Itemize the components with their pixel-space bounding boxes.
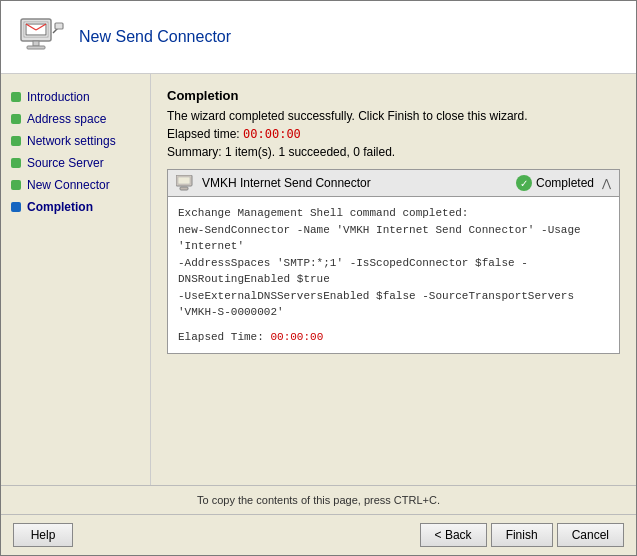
back-button[interactable]: < Back: [420, 523, 487, 547]
elapsed-row: Elapsed time: 00:00:00: [167, 127, 620, 141]
summary-label: Summary:: [167, 145, 222, 159]
elapsed-label: Elapsed time:: [167, 127, 240, 141]
detail-elapsed-label: Elapsed Time:: [178, 331, 264, 343]
sidebar-dot-network-settings: [11, 136, 21, 146]
sidebar-item-network-settings[interactable]: Network settings: [1, 130, 150, 152]
sidebar-label-new-connector: New Connector: [27, 178, 110, 192]
dialog-footer: Help < Back Finish Cancel: [1, 514, 636, 555]
svg-rect-5: [33, 41, 39, 46]
detail-line2: new-SendConnector -Name 'VMKH Internet S…: [178, 222, 609, 255]
sidebar-item-completion[interactable]: Completion: [1, 196, 150, 218]
connector-server-icon: [176, 175, 196, 191]
section-title: Completion: [167, 88, 620, 103]
help-button[interactable]: Help: [13, 523, 73, 547]
sidebar-dot-address-space: [11, 114, 21, 124]
navigation-buttons: < Back Finish Cancel: [420, 523, 624, 547]
connector-result-box: VMKH Internet Send Connector ✓ Completed…: [167, 169, 620, 354]
dialog-header: New Send Connector: [1, 1, 636, 74]
sidebar-dot-introduction: [11, 92, 21, 102]
sidebar-item-source-server[interactable]: Source Server: [1, 152, 150, 174]
wizard-message: The wizard completed successfully. Click…: [167, 109, 620, 123]
svg-rect-6: [27, 46, 45, 49]
svg-rect-11: [180, 187, 188, 190]
detail-elapsed-value: 00:00:00: [270, 331, 323, 343]
sidebar-dot-new-connector: [11, 180, 21, 190]
sidebar-label-introduction: Introduction: [27, 90, 90, 104]
svg-rect-10: [178, 177, 190, 184]
detail-elapsed-row: Elapsed Time: 00:00:00: [178, 329, 609, 346]
detail-line5: 'VMKH-S-0000002': [178, 304, 609, 321]
detail-line1: Exchange Management Shell command comple…: [178, 205, 609, 222]
connector-status: ✓ Completed ⋀: [516, 175, 611, 191]
main-content: Completion The wizard completed successf…: [151, 74, 636, 485]
detail-line4: -UseExternalDNSServersEnabled $false -So…: [178, 288, 609, 305]
summary-failed: 0 failed.: [353, 145, 395, 159]
sidebar-label-source-server: Source Server: [27, 156, 104, 170]
wizard-header-icon: [17, 13, 65, 61]
sidebar-label-completion: Completion: [27, 200, 93, 214]
summary-row: Summary: 1 item(s). 1 succeeded, 0 faile…: [167, 145, 620, 159]
detail-line3: -AddressSpaces 'SMTP:*;1' -IsScopedConne…: [178, 255, 609, 288]
finish-button[interactable]: Finish: [491, 523, 553, 547]
cancel-button[interactable]: Cancel: [557, 523, 624, 547]
connector-status-label: Completed: [536, 176, 594, 190]
svg-rect-8: [55, 23, 63, 29]
sidebar-label-address-space: Address space: [27, 112, 106, 126]
copy-hint: To copy the contents of this page, press…: [1, 485, 636, 514]
sidebar-item-new-connector[interactable]: New Connector: [1, 174, 150, 196]
elapsed-value: 00:00:00: [243, 127, 301, 141]
dialog-title: New Send Connector: [79, 28, 231, 46]
sidebar-dot-source-server: [11, 158, 21, 168]
expand-icon[interactable]: ⋀: [602, 177, 611, 190]
summary-success: 1 succeeded,: [278, 145, 349, 159]
dialog-body: Introduction Address space Network setti…: [1, 74, 636, 485]
sidebar-item-address-space[interactable]: Address space: [1, 108, 150, 130]
sidebar-dot-completion: [11, 202, 21, 212]
sidebar-item-introduction[interactable]: Introduction: [1, 86, 150, 108]
dialog-window: New Send Connector Introduction Address …: [0, 0, 637, 556]
connector-header-left: VMKH Internet Send Connector: [176, 175, 371, 191]
connector-details: Exchange Management Shell command comple…: [168, 197, 619, 353]
summary-count: 1 item(s).: [225, 145, 275, 159]
sidebar: Introduction Address space Network setti…: [1, 74, 151, 485]
sidebar-label-network-settings: Network settings: [27, 134, 116, 148]
check-circle-icon: ✓: [516, 175, 532, 191]
connector-name: VMKH Internet Send Connector: [202, 176, 371, 190]
connector-header: VMKH Internet Send Connector ✓ Completed…: [168, 170, 619, 197]
